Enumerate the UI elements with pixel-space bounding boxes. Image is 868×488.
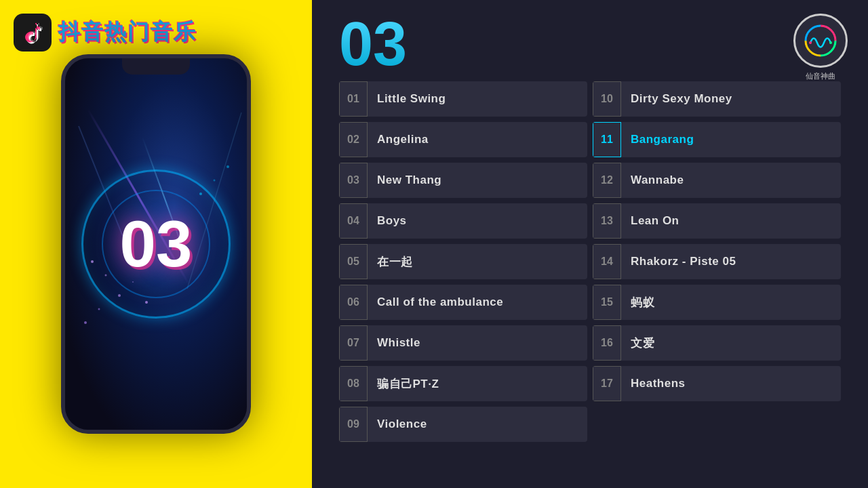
song-item: 03New Thang — [339, 163, 587, 198]
song-title: Lean On — [621, 214, 841, 228]
logo-text: 仙音神曲 — [793, 71, 848, 81]
song-number: 14 — [593, 244, 621, 279]
song-item: 02Angelina — [339, 122, 587, 157]
svg-point-9 — [226, 165, 229, 168]
song-number: 06 — [339, 285, 368, 320]
song-item: 12Wannabe — [593, 163, 841, 198]
song-number: 05 — [339, 244, 368, 279]
song-title: Wannabe — [621, 174, 841, 187]
song-title: Bangarang — [621, 133, 841, 146]
song-item: 05在一起 — [339, 244, 587, 279]
song-item: 07Whistle — [339, 325, 587, 361]
tiktok-logo — [14, 14, 52, 52]
song-title: Call of the ambulance — [368, 296, 587, 309]
song-title: Boys — [368, 214, 587, 228]
phone-notch — [122, 58, 190, 75]
song-number: 01 — [339, 81, 368, 117]
logo-area: 仙音神曲 — [793, 14, 848, 81]
song-item: 06Call of the ambulance — [339, 285, 587, 320]
song-title: 文爱 — [621, 336, 841, 351]
phone-wrapper: 03 — [61, 54, 251, 434]
song-number: 10 — [593, 81, 621, 117]
song-number: 08 — [339, 366, 368, 401]
song-title: Little Swing — [368, 92, 587, 106]
song-number: 07 — [339, 325, 368, 361]
song-item: 17Heathens — [593, 366, 841, 401]
song-number: 09 — [339, 407, 368, 442]
song-number: 04 — [339, 203, 368, 239]
song-item: 14Rhakorz - Piste 05 — [593, 244, 841, 279]
svg-point-14 — [829, 41, 832, 44]
song-item: 10Dirty Sexy Money — [593, 81, 841, 117]
song-number: 11 — [593, 122, 621, 157]
song-title: 在一起 — [368, 254, 587, 270]
songs-grid: 01Little Swing10Dirty Sexy Money02Angeli… — [339, 81, 841, 442]
song-number: 03 — [339, 163, 368, 198]
svg-point-8 — [214, 180, 216, 182]
right-panel: 03 仙音神曲 01Little Swing10Dirty Sexy Money… — [312, 0, 868, 488]
tiktok-icon — [20, 20, 45, 45]
song-item: 01Little Swing — [339, 81, 587, 117]
song-item: 13Lean On — [593, 203, 841, 239]
phone-body: 03 — [61, 54, 251, 434]
svg-point-13 — [809, 41, 812, 44]
song-item: 11Bangarang — [593, 122, 841, 157]
tiktok-title: 抖音热门音乐 — [58, 18, 197, 47]
song-number: 17 — [593, 366, 621, 401]
song-title: Rhakorz - Piste 05 — [621, 255, 841, 268]
song-item: 08骗自己PT·Z — [339, 366, 587, 401]
song-title: 蚂蚁 — [621, 295, 841, 310]
song-item: 09Violence — [339, 407, 587, 442]
song-item: 16文爱 — [593, 325, 841, 361]
svg-point-5 — [98, 308, 100, 310]
song-item: 15蚂蚁 — [593, 285, 841, 320]
song-title: Angelina — [368, 133, 587, 146]
phone-screen: 03 — [65, 58, 247, 430]
song-number: 13 — [593, 203, 621, 239]
song-number: 02 — [339, 122, 368, 157]
song-title: Heathens — [621, 377, 841, 390]
song-title: Violence — [368, 418, 587, 431]
phone-screen-number: 03 — [120, 207, 193, 281]
svg-point-6 — [84, 321, 87, 324]
song-title: Whistle — [368, 336, 587, 350]
song-number: 16 — [593, 325, 621, 361]
song-number: 12 — [593, 163, 621, 198]
song-item: 04Boys — [339, 203, 587, 239]
song-number: 15 — [593, 285, 621, 320]
song-title: New Thang — [368, 174, 587, 187]
logo-circle — [793, 14, 848, 68]
left-panel: 抖音热门音乐 — [0, 0, 312, 488]
song-title: 骗自己PT·Z — [368, 376, 587, 392]
song-title: Dirty Sexy Money — [621, 92, 841, 106]
brand-icon — [804, 24, 837, 58]
big-number: 03 — [339, 14, 841, 75]
tiktok-header: 抖音热门音乐 — [14, 14, 197, 52]
